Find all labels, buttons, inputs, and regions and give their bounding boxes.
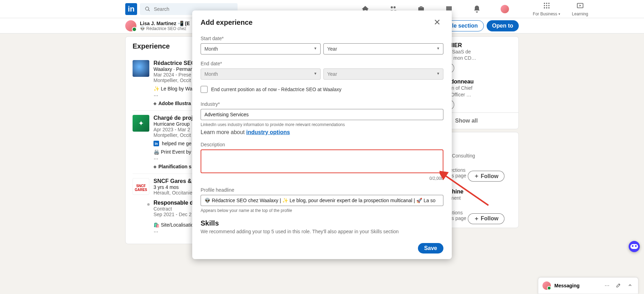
- char-count: 0/2,000: [201, 176, 443, 181]
- more-icon[interactable]: ⋯: [603, 283, 611, 288]
- messaging-title: Messaging: [554, 283, 600, 288]
- headline-help: Appears below your name at the top of th…: [201, 208, 443, 213]
- save-button[interactable]: Save: [418, 243, 443, 253]
- headline-input[interactable]: [201, 195, 443, 206]
- description-label: Description: [201, 142, 443, 147]
- industry-label: Industry*: [201, 101, 443, 107]
- modal-overlay: Add experience ✕ Start date* Month Year …: [0, 0, 644, 294]
- chevron-up-icon[interactable]: [626, 283, 634, 289]
- industry-input[interactable]: [201, 109, 443, 120]
- messaging-bar[interactable]: Messaging ⋯: [538, 277, 638, 294]
- close-icon: ✕: [434, 17, 441, 27]
- start-year-select[interactable]: Year: [323, 43, 443, 54]
- modal-title: Add experience: [201, 19, 253, 27]
- add-experience-modal: Add experience ✕ Start date* Month Year …: [192, 10, 452, 259]
- end-month-value: Month: [201, 68, 321, 80]
- assistant-icon: [630, 244, 638, 249]
- start-date-label: Start date*: [201, 36, 443, 41]
- end-year-select[interactable]: Year: [323, 68, 443, 80]
- description-textarea[interactable]: [201, 149, 443, 173]
- compose-icon[interactable]: [614, 282, 623, 289]
- assistant-badge[interactable]: [629, 241, 640, 252]
- end-month-select[interactable]: Month: [201, 68, 321, 80]
- end-current-label: End current position as of now - Rédactr…: [211, 87, 342, 92]
- start-year-value: Year: [323, 43, 443, 54]
- skills-header: Skills: [201, 219, 443, 227]
- headline-label: Profile headline: [201, 187, 443, 193]
- start-month-select[interactable]: Month: [201, 43, 321, 54]
- close-button[interactable]: ✕: [431, 16, 443, 29]
- end-year-value: Year: [323, 68, 443, 80]
- industry-help: LinkedIn uses industry information to pr…: [201, 122, 443, 127]
- end-current-checkbox[interactable]: [201, 86, 208, 93]
- industry-options-link[interactable]: industry options: [246, 129, 290, 135]
- messaging-avatar-icon: [542, 281, 551, 290]
- end-date-label: End date*: [201, 61, 443, 66]
- learn-more-prefix: Learn more about: [201, 129, 246, 135]
- start-month-value: Month: [201, 43, 321, 54]
- skills-desc: We recommend adding your top 5 used in t…: [201, 229, 443, 234]
